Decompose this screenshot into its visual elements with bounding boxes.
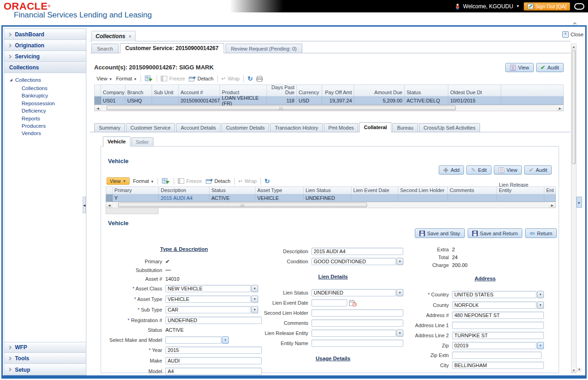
tree-item-bankruptcy[interactable]: Bankruptcy xyxy=(10,92,86,99)
col-lien-status[interactable]: Lien Status xyxy=(304,187,351,194)
toolbar-view-menu[interactable]: View ▼ xyxy=(107,177,130,185)
view-button[interactable]: View xyxy=(505,63,534,72)
query-by-example-icon[interactable] xyxy=(145,75,153,82)
sidebar-section-dashboard[interactable]: DashBoard xyxy=(4,29,86,40)
dropdown-arrow-icon[interactable]: ▼ xyxy=(537,342,544,349)
lien-status-select[interactable]: UNDEFINED xyxy=(311,289,396,296)
tree-item-vendors[interactable]: Vendors xyxy=(10,130,86,137)
dropdown-arrow-icon[interactable]: ▼ xyxy=(396,289,403,296)
query-by-example-icon[interactable] xyxy=(162,177,170,185)
col-currency[interactable]: Currency xyxy=(297,85,322,96)
col-company[interactable]: Company xyxy=(101,85,125,96)
save-and-return-button[interactable]: Save and Return xyxy=(468,228,523,238)
col-pay-off-amt[interactable]: Pay Off Amt xyxy=(322,85,354,96)
tab-account-details[interactable]: Account Details xyxy=(176,123,220,132)
scroll-up-icon[interactable]: ▲ xyxy=(571,44,576,49)
tree-item-collections[interactable]: Collections xyxy=(10,85,86,92)
tab-pmt-modes[interactable]: Pmt Modes xyxy=(324,123,359,132)
col-ent[interactable]: Ent xyxy=(544,187,555,194)
col-amount-due[interactable]: Amount Due xyxy=(354,85,405,96)
toolbar-view-menu[interactable]: View ▼ xyxy=(96,76,113,81)
country-select[interactable]: UNITED STATES xyxy=(452,291,537,298)
lien-release-entity-select[interactable] xyxy=(311,329,396,337)
tab-search[interactable]: Search xyxy=(91,44,119,53)
toolbar-format-menu[interactable]: Format ▼ xyxy=(116,76,137,81)
asset-class-select[interactable]: NEW VEHICLE xyxy=(165,285,251,292)
tab-collateral[interactable]: Collateral xyxy=(359,122,391,132)
freeze-button[interactable]: Freeze xyxy=(178,178,202,184)
account-grid-hscrollbar[interactable]: ◀ ||| ▶ xyxy=(94,105,564,111)
account-row[interactable]: US01 USHQ 20150900014267 LOAN VEHICLE (F… xyxy=(94,96,564,105)
sidebar-section-tools[interactable]: Tools xyxy=(4,353,86,364)
dropdown-arrow-icon[interactable]: ▼ xyxy=(222,336,229,344)
tab-seller[interactable]: Seller xyxy=(131,137,153,147)
col-asset-type[interactable]: Asset Type xyxy=(255,187,304,194)
sign-out-button[interactable]: Sign Out [QA] xyxy=(524,2,570,11)
col-product[interactable]: Product xyxy=(220,85,267,96)
col-status[interactable]: Status xyxy=(405,85,448,96)
tab-vehicle[interactable]: Vehicle xyxy=(103,136,130,147)
wrap-button[interactable]: ↵Wrap xyxy=(221,75,240,82)
asset-type-select[interactable]: VEHICLE xyxy=(165,295,251,303)
col-oldest-due-dt[interactable]: Oldest Due Dt xyxy=(448,85,501,96)
hscroll-thumb[interactable]: ||| xyxy=(118,203,367,207)
lien-event-date-input[interactable] xyxy=(311,299,347,306)
refresh-icon[interactable]: ↻ xyxy=(248,75,253,82)
wrap-button[interactable]: ↵Wrap xyxy=(238,178,257,184)
vehicle-description-link[interactable]: 2015 AUDI A4 xyxy=(159,194,209,202)
vehicle-grid-hscrollbar[interactable]: ◀ ||| ▶ xyxy=(106,202,556,208)
sidebar-section-collections[interactable]: Collections xyxy=(4,62,86,73)
col-description[interactable]: Description xyxy=(159,187,209,194)
tab-customer-details[interactable]: Customer Details xyxy=(221,123,269,132)
tree-item-reports[interactable]: Reports xyxy=(10,115,86,122)
col-comments[interactable]: Comments xyxy=(448,187,497,194)
dropdown-arrow-icon[interactable]: ▼ xyxy=(396,258,403,265)
col-second-lien-holder[interactable]: Second Lien Holder xyxy=(398,187,448,194)
dropdown-arrow-icon[interactable]: ▼ xyxy=(537,301,544,309)
scroll-right-icon[interactable]: ▶ xyxy=(549,202,555,208)
add-button[interactable]: ✚Add xyxy=(439,165,464,175)
county-select[interactable]: NORFOLK xyxy=(452,301,537,309)
scroll-left-icon[interactable]: ◀ xyxy=(106,202,113,208)
col-status[interactable]: Status xyxy=(209,187,255,194)
calendar-icon[interactable] xyxy=(349,300,357,306)
model-input[interactable]: A4 xyxy=(165,368,262,375)
close-control[interactable]: × Close xyxy=(562,31,583,38)
save-and-stay-button[interactable]: Save and Stay xyxy=(415,228,465,238)
vscroll-thumb[interactable] xyxy=(572,50,576,164)
col-account-no[interactable]: Account # xyxy=(179,85,220,96)
content-vscrollbar[interactable]: ▲ ▼ xyxy=(571,44,577,373)
tab-transaction-history[interactable]: Transaction History xyxy=(270,123,322,132)
hscroll-thumb[interactable]: ||| xyxy=(107,106,456,110)
city-input[interactable]: BELLINGHAM xyxy=(452,362,544,369)
sidebar-section-origination[interactable]: Origination xyxy=(4,40,86,51)
address-line2-input[interactable]: TURNPIKE ST xyxy=(452,332,544,339)
tree-item-deficiency[interactable]: Deficiency xyxy=(10,107,86,114)
sidebar-section-wfp[interactable]: WFP xyxy=(4,342,86,353)
dropdown-arrow-icon[interactable]: ▼ xyxy=(396,329,403,337)
tab-summary[interactable]: Summary xyxy=(94,123,125,132)
sidebar-collapse-handle[interactable]: ◀ xyxy=(83,197,86,213)
col-days-past-due[interactable]: Days Past Due xyxy=(267,85,297,96)
return-button[interactable]: ⇦ Return xyxy=(525,228,557,238)
zip-select[interactable]: 02019 xyxy=(452,342,537,349)
registration-input[interactable]: UNDEFINED xyxy=(165,317,262,324)
tree-item-repossession[interactable]: Repossession xyxy=(10,100,86,107)
toolbar-format-menu[interactable]: Format ▼ xyxy=(133,178,154,184)
entity-name-input[interactable] xyxy=(311,340,403,347)
detach-button[interactable]: Detach xyxy=(189,76,214,81)
freeze-button[interactable]: Freeze xyxy=(161,76,185,81)
scroll-left-icon[interactable]: ◀ xyxy=(95,105,101,111)
condition-select[interactable]: GOOD CONDITIONED xyxy=(311,258,396,265)
make-input[interactable]: AUDI xyxy=(165,357,262,364)
print-icon[interactable] xyxy=(256,76,263,82)
scroll-down-icon[interactable]: ▼ xyxy=(577,367,582,372)
dropdown-arrow-icon[interactable]: ▼ xyxy=(537,291,544,298)
col-branch[interactable]: Branch xyxy=(125,85,152,96)
tab-review-request[interactable]: Review Request (Pending: 0) xyxy=(226,44,302,53)
view-button[interactable]: View xyxy=(494,165,522,175)
zip-extn-input[interactable] xyxy=(452,352,542,359)
tab-customer-service[interactable]: Customer Service xyxy=(126,123,175,132)
edit-button[interactable]: ✎Edit xyxy=(466,165,491,175)
vehicle-row[interactable]: Y 2015 AUDI A4 ACTIVE VEHICLE UNDEFINED xyxy=(106,194,556,202)
